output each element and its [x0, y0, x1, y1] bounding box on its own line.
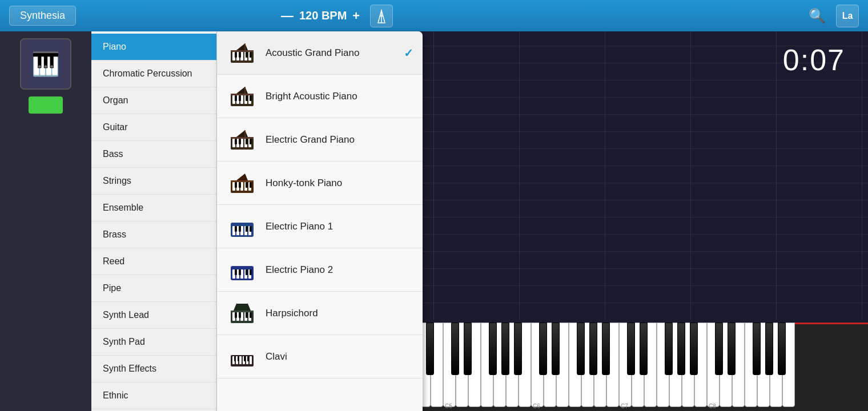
metronome-button[interactable] — [370, 5, 393, 27]
black-key-oct6-0[interactable] — [627, 323, 635, 375]
svg-rect-42 — [231, 180, 254, 182]
bpm-decrease-button[interactable]: — — [281, 9, 294, 23]
instrument-item-electric-grand-piano[interactable]: Electric Grand Piano — [217, 118, 423, 162]
category-item-brass[interactable]: Brass — [91, 221, 216, 248]
category-item-synth-lead[interactable]: Synth Lead — [91, 302, 216, 329]
category-item-piano[interactable]: Piano — [91, 34, 216, 61]
black-key-oct5-4[interactable] — [602, 323, 610, 375]
svg-rect-95 — [247, 356, 249, 361]
instrument-item-bright-acoustic-piano[interactable]: Bright Acoustic Piano — [217, 75, 423, 118]
svg-rect-91 — [250, 356, 252, 364]
category-item-pipe[interactable]: Pipe — [91, 275, 216, 302]
svg-marker-84 — [234, 304, 251, 311]
svg-rect-80 — [235, 312, 237, 318]
category-item-synth-pad[interactable]: Synth Pad — [91, 329, 216, 356]
svg-rect-74 — [231, 311, 254, 312]
black-key-oct6-2[interactable] — [665, 323, 673, 375]
category-item-ethnic[interactable]: Ethnic — [91, 382, 216, 409]
black-key-oct4-0[interactable] — [451, 323, 459, 375]
svg-rect-69 — [235, 269, 237, 275]
instrument-item-honky-tonk-piano[interactable]: Honky-tonk Piano — [217, 162, 423, 205]
category-item-reed[interactable]: Reed — [91, 248, 216, 275]
bpm-display: 120 BPM — [299, 9, 347, 22]
profile-button[interactable]: La — [836, 5, 859, 27]
instrument-item-electric-piano-2[interactable]: Electric Piano 2 — [217, 248, 423, 292]
instrument-dropdown: PianoChromatic PercussionOrganGuitarBass… — [91, 31, 423, 411]
black-key-oct7-4[interactable] — [778, 323, 786, 375]
instrument-icon-acoustic-grand-piano — [226, 37, 258, 68]
instrument-icon-honky-tonk-piano — [226, 167, 258, 199]
category-item-organ[interactable]: Organ — [91, 87, 216, 114]
svg-rect-48 — [235, 182, 237, 188]
octave-5: C6 — [531, 323, 619, 411]
black-key-oct5-2[interactable] — [577, 323, 585, 375]
svg-rect-93 — [238, 356, 239, 361]
black-key-oct7-1[interactable] — [728, 323, 736, 375]
category-list: PianoChromatic PercussionOrganGuitarBass… — [91, 31, 217, 411]
selected-check-acoustic-grand-piano: ✓ — [404, 46, 413, 60]
instrument-label-honky-tonk-piano: Honky-tonk Piano — [266, 178, 342, 189]
instrument-label-acoustic-grand-piano: Acoustic Grand Piano — [266, 47, 359, 59]
black-key-oct4-1[interactable] — [464, 323, 472, 375]
svg-rect-72 — [250, 269, 252, 275]
svg-rect-35 — [235, 139, 237, 144]
black-key-oct6-3[interactable] — [677, 323, 685, 375]
octave-4: C5 — [443, 323, 531, 411]
category-item-chromatic-percussion[interactable]: Chromatic Percussion — [91, 61, 216, 87]
instrument-icon-harpsichord — [226, 297, 258, 329]
instrument-label-electric-piano-2: Electric Piano 2 — [266, 264, 333, 276]
octave-6: C7 — [619, 323, 707, 411]
black-key-oct5-1[interactable] — [552, 323, 560, 375]
app-title-button[interactable]: Synthesia — [9, 6, 76, 26]
instrument-icon-clavi — [226, 341, 258, 372]
instrument-item-harpsichord[interactable]: Harpsichord — [217, 292, 423, 335]
black-key-oct4-4[interactable] — [514, 323, 522, 375]
instrument-item-acoustic-grand-piano[interactable]: Acoustic Grand Piano✓ — [217, 31, 423, 75]
svg-rect-62 — [250, 226, 252, 232]
black-key-oct7-3[interactable] — [765, 323, 773, 375]
instrument-list: Acoustic Grand Piano✓Bright Acoustic Pia… — [217, 31, 423, 411]
svg-rect-36 — [239, 139, 241, 144]
black-key-oct6-1[interactable] — [640, 323, 648, 375]
svg-rect-10 — [239, 52, 241, 58]
category-item-guitar[interactable]: Guitar — [91, 114, 216, 141]
svg-rect-51 — [250, 182, 252, 188]
instrument-label-electric-grand-piano: Electric Grand Piano — [266, 134, 355, 146]
black-key-oct7-2[interactable] — [753, 323, 761, 375]
svg-marker-13 — [236, 43, 248, 50]
black-key-oct5-0[interactable] — [539, 323, 547, 375]
svg-marker-52 — [236, 174, 248, 180]
svg-rect-83 — [250, 312, 252, 318]
instrument-icon-electric-piano-1 — [226, 211, 258, 242]
instrument-icon-electric-piano-2 — [226, 254, 258, 285]
category-item-ensemble[interactable]: Ensemble — [91, 195, 216, 221]
svg-rect-82 — [246, 312, 248, 318]
black-key-oct4-2[interactable] — [489, 323, 497, 375]
category-item-synth-effects[interactable]: Synth Effects — [91, 356, 216, 382]
svg-marker-26 — [236, 87, 248, 94]
svg-rect-12 — [250, 52, 252, 58]
black-key-oct7-0[interactable] — [715, 323, 723, 375]
black-key-oct6-4[interactable] — [690, 323, 698, 375]
svg-rect-25 — [250, 95, 252, 101]
black-key-oct4-3[interactable] — [501, 323, 509, 375]
bpm-increase-button[interactable]: + — [352, 9, 360, 23]
track-color-button[interactable] — [29, 96, 63, 114]
instrument-icon-bright-acoustic-piano — [226, 80, 258, 112]
black-key-oct3-4[interactable] — [426, 323, 434, 375]
search-button[interactable]: 🔍 — [803, 8, 831, 24]
svg-rect-29 — [231, 137, 254, 139]
category-item-strings[interactable]: Strings — [91, 168, 216, 195]
instrument-label-clavi: Clavi — [266, 351, 287, 362]
svg-rect-71 — [246, 269, 248, 275]
svg-rect-88 — [239, 356, 242, 364]
svg-rect-11 — [246, 52, 248, 58]
svg-rect-16 — [231, 94, 254, 95]
black-key-oct5-3[interactable] — [589, 323, 597, 375]
svg-rect-61 — [246, 226, 248, 232]
svg-rect-94 — [244, 356, 246, 361]
instrument-item-clavi[interactable]: Clavi — [217, 335, 423, 378]
track-instrument-icon[interactable]: 🎹 — [20, 38, 71, 90]
instrument-item-electric-piano-1[interactable]: Electric Piano 1 — [217, 205, 423, 248]
category-item-bass[interactable]: Bass — [91, 141, 216, 168]
